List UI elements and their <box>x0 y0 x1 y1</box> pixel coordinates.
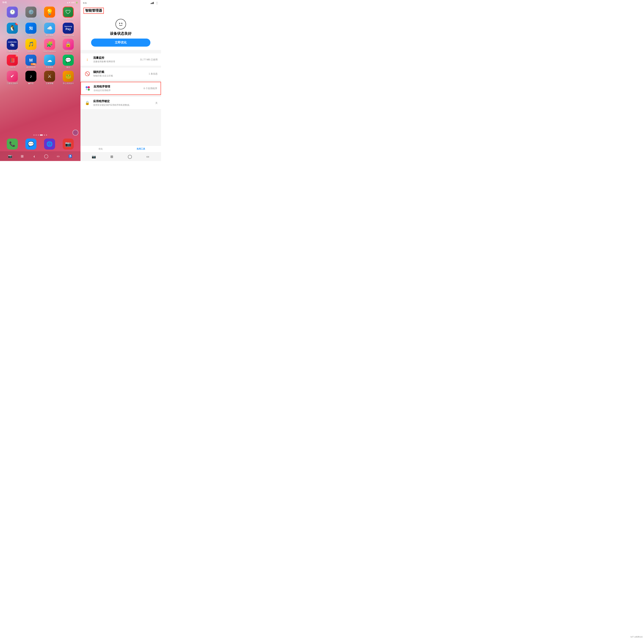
menu-block-harassment[interactable]: 🚫 骚扰拦截 智能拦截·自定义拦截 1 条信息 <box>81 68 161 80</box>
app-gaole[interactable]: M 三星版 盖乐世社区 <box>23 55 39 69</box>
qq-label: QQ <box>11 34 14 37</box>
divider-4 <box>81 95 161 97</box>
samsung-pay-icon: Samsung Pay <box>63 23 74 34</box>
app-weiyun[interactable]: ☁️ 微云网盘 <box>42 23 57 37</box>
app-qq[interactable]: 🐧 4 QQ <box>5 23 20 37</box>
flow-monitor-title: 流量监控 <box>93 56 137 60</box>
dot-6 <box>46 135 47 136</box>
douyin-icon: ♪ <box>25 71 36 82</box>
dot-1 <box>33 135 35 136</box>
samsunglife-label: 三星生活助手 <box>7 82 18 85</box>
gaole-label: 盖乐世社区 <box>26 66 36 69</box>
status-bar-right: 9:41 ⋮ <box>81 0 161 6</box>
nav-recent[interactable]: ▭ <box>55 153 61 159</box>
app-baidu-cloud[interactable]: ☁ 百度网盘 <box>42 55 57 69</box>
dot-3 <box>38 135 39 136</box>
dock-camera[interactable]: 📷 <box>61 139 76 150</box>
title-bar: 智能管理器 <box>81 6 161 15</box>
good-lock-label: Good Lock <box>64 50 72 53</box>
tab-tools[interactable]: 实用工具 <box>121 147 161 150</box>
samsung-pay-label: Samsung Pay <box>62 34 74 37</box>
svg-point-2 <box>86 86 88 88</box>
app-row-3: SAMSUNG 🛍 三星网上商城 🎵 QQ音乐 🧩 Good Guardians… <box>3 39 78 53</box>
svg-point-1 <box>121 23 122 24</box>
app-douyin[interactable]: ♪ ◉抖音 <box>23 71 39 85</box>
block-harassment-icon: 🚫 <box>84 70 91 77</box>
time-display: 9:41 <box>3 1 7 4</box>
qq-icon: 🐧 4 <box>7 23 18 34</box>
app-wzry[interactable]: ⚔ 王者荣耀 <box>42 71 57 85</box>
app-good-guardians[interactable]: 🧩 Good Guardians <box>42 39 57 53</box>
flow-monitor-content: 流量监控 流量使用套餐·联网管理 <box>93 56 137 63</box>
nav-right-scan[interactable]: ⊞ <box>109 153 115 160</box>
app-management-value: 8 个应用程序 <box>144 87 157 90</box>
browser-icon: 🌐 <box>44 139 55 150</box>
block-harassment-content: 骚扰拦截 智能拦截·自定义拦截 <box>93 70 146 77</box>
nav-right-camera[interactable]: 📷 <box>91 153 97 160</box>
wechat-icon: 💬 <box>63 55 74 66</box>
app-samsung-pay[interactable]: Samsung Pay Samsung Pay <box>61 23 76 37</box>
app-good-lock[interactable]: 🔒 Good Lock <box>61 39 76 53</box>
svg-point-3 <box>88 86 90 88</box>
nav-right-home[interactable]: ◯ <box>127 153 133 160</box>
nav-home[interactable]: ◯ <box>43 153 49 159</box>
nav-bar-left: 📷 ⊞ ‹ ◯ ▭ ♿ <box>0 151 81 161</box>
svg-point-5 <box>88 89 90 91</box>
baidu-cloud-icon: ☁ <box>44 55 55 66</box>
zhihu-icon: 知 <box>25 23 36 34</box>
right-panel: 9:41 ⋮ 智能管理器 设备状态良好 立即优化 <box>81 0 161 161</box>
divider-3 <box>81 80 161 82</box>
qq-badge: 4 <box>15 23 18 25</box>
nav-accessibility[interactable]: ♿ <box>67 153 74 159</box>
app-samsunglife[interactable]: ✔ 三星生活助手 <box>5 71 20 85</box>
dot-2 <box>36 135 37 136</box>
zhihu-label: 知乎 <box>29 34 33 37</box>
device-care-icon: 🛡 <box>63 7 74 18</box>
menu-spacer <box>81 109 161 118</box>
block-harassment-subtitle: 智能拦截·自定义拦截 <box>93 74 146 77</box>
wzry-label: 王者荣耀 <box>46 82 53 85</box>
dock-browser[interactable]: 🌐 <box>42 139 57 150</box>
app-wechat[interactable]: 💬 微信 <box>61 55 76 69</box>
app-lock-value: 关 <box>155 101 158 105</box>
dock-phone[interactable]: 📞 <box>5 139 20 150</box>
nav-scan[interactable]: ⊞ <box>19 153 25 159</box>
app-lock-icon: 🔒 <box>84 100 91 106</box>
status-bar-left: 9:41 ▲▼ WiFi 🔋 <box>0 0 81 5</box>
wzry-icon: ⚔ <box>44 71 55 82</box>
app-bixby[interactable]: 💡 提示 <box>42 7 57 21</box>
dock-row: 📞 💬 🌐 📷 <box>3 139 78 150</box>
svg-point-0 <box>119 23 120 24</box>
app-qq-music[interactable]: 🎵 QQ音乐 <box>23 39 39 53</box>
flow-monitor-value: 31.77 MB 已使用 <box>140 58 158 61</box>
app-xiaohongshu[interactable]: 📕 24 小红书 <box>5 55 20 69</box>
weiyun-label: 微云网盘 <box>46 34 53 37</box>
page-dots <box>0 133 81 137</box>
app-clock[interactable]: 🕐 时钟 <box>5 7 20 21</box>
left-panel: 9:41 ▲▼ WiFi 🔋 🕐 时钟 ⚙️ 设置 💡 提示 🛡 智 <box>0 0 81 161</box>
nav-right-recent[interactable]: ▭ <box>145 153 151 160</box>
app-zhihu[interactable]: 知 知乎 <box>23 23 39 37</box>
bixby-icon: 💡 <box>44 7 55 18</box>
menu-app-management[interactable]: A 应用程序管理 自动运行应用程序 8 个应用程序 <box>81 82 161 95</box>
menu-app-lock[interactable]: 🔒 应用程序锁定 使用安全锁定保护应用程序和私密数据。 关 <box>81 97 161 109</box>
status-icons: ▲▼ WiFi 🔋 <box>67 1 78 4</box>
good-lock-icon: 🔒 <box>63 39 74 50</box>
device-status-section: 设备状态良好 立即优化 <box>81 15 161 50</box>
app-kaixinxiaoxiao[interactable]: 🐸 开心消消乐® <box>61 71 76 85</box>
good-guardians-label: Good Guardians <box>43 50 56 53</box>
tab-optimize[interactable]: 优化 <box>81 147 121 150</box>
app-samsung-shop[interactable]: SAMSUNG 🛍 三星网上商城 <box>5 39 20 53</box>
app-management-icon: A <box>84 85 91 92</box>
douyin-label: ◉抖音 <box>28 82 34 85</box>
optimize-button[interactable]: 立即优化 <box>91 39 150 47</box>
tab-optimize-label: 优化 <box>99 147 103 150</box>
flow-monitor-subtitle: 流量使用套餐·联网管理 <box>93 60 137 63</box>
menu-flow-monitor[interactable]: ↕ 流量监控 流量使用套餐·联网管理 31.77 MB 已使用 <box>81 53 161 66</box>
dock-messages[interactable]: 💬 <box>23 139 39 150</box>
app-settings[interactable]: ⚙️ 设置 <box>23 7 39 21</box>
nav-camera[interactable]: 📷 <box>7 153 13 159</box>
apps-grid: 🕐 时钟 ⚙️ 设置 💡 提示 🛡 智能管理器 🐧 4 <box>0 5 81 133</box>
app-device-care[interactable]: 🛡 智能管理器 <box>61 7 76 21</box>
nav-back[interactable]: ‹ <box>31 153 37 159</box>
